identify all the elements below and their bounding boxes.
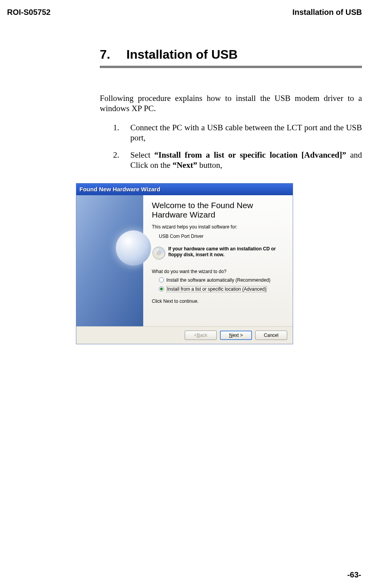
wizard-device-name: USB Com Port Driver xyxy=(159,234,285,239)
window-titlebar[interactable]: Found New Hardware Wizard xyxy=(76,183,293,195)
list-number: 2. xyxy=(113,150,130,171)
wizard-main-pane: Welcome to the Found New Hardware Wizard… xyxy=(143,195,293,326)
header-title: Installation of USB xyxy=(292,8,362,17)
section-title: 7.Installation of USB xyxy=(100,47,362,62)
wizard-button-bar: < Back Next > Cancel xyxy=(76,326,293,344)
back-button: < Back xyxy=(185,331,217,340)
list-item: 2. Select “Install from a list or specif… xyxy=(113,150,362,171)
wizard-side-graphic xyxy=(76,195,143,326)
content-area: 7.Installation of USB Following procedur… xyxy=(0,47,369,171)
section-name: Installation of USB xyxy=(126,47,238,61)
radio-specific-location[interactable]: Install from a list or specific location… xyxy=(159,286,285,292)
wizard-body: Welcome to the Found New Hardware Wizard… xyxy=(76,195,293,326)
list-text-part: button, xyxy=(197,160,222,170)
list-item: 1. Connect the PC with a USB cable betwe… xyxy=(113,122,362,143)
section-number: 7. xyxy=(100,47,126,62)
page-number: -63- xyxy=(347,570,361,579)
wizard-continue-text: Click Next to continue. xyxy=(152,298,285,304)
btn-text: ext > xyxy=(232,333,243,338)
btn-text: < xyxy=(194,333,197,338)
wizard-question: What do you want the wizard to do? xyxy=(152,269,285,274)
radio-label: Install from a list or specific location… xyxy=(166,286,267,292)
btn-text: ack xyxy=(200,333,207,338)
list-number: 1. xyxy=(113,122,130,143)
btn-accel: B xyxy=(197,333,200,338)
radio-on-icon xyxy=(159,286,164,291)
btn-accel: N xyxy=(229,333,232,338)
radio-auto-install[interactable]: Install the software automatically (Reco… xyxy=(159,277,285,283)
wizard-help-line: This wizard helps you install software f… xyxy=(152,224,285,230)
wizard-heading: Welcome to the Found New Hardware Wizard xyxy=(152,201,285,219)
svg-point-3 xyxy=(158,252,160,254)
list-text: Select “Install from a list or specific … xyxy=(130,150,362,171)
list-text-part: Select xyxy=(130,150,154,160)
ordered-list: 1. Connect the PC with a USB cable betwe… xyxy=(100,122,362,171)
intro-paragraph: Following procedure explains how to inst… xyxy=(100,93,362,114)
emphasized-text: “Install from a list or specific locatio… xyxy=(154,150,346,160)
cancel-button[interactable]: Cancel xyxy=(255,331,287,340)
page-header: ROI-S05752 Installation of USB xyxy=(0,0,369,17)
radio-off-icon xyxy=(159,277,164,282)
doc-id: ROI-S05752 xyxy=(7,8,50,17)
next-button[interactable]: Next > xyxy=(220,331,252,340)
cd-icon xyxy=(152,246,166,260)
list-text: Connect the PC with a USB cable between … xyxy=(130,122,362,143)
cd-notice-text: If your hardware came with an installati… xyxy=(168,246,285,260)
radio-label: Install the software automatically (Reco… xyxy=(166,277,270,283)
cd-notice-row: If your hardware came with an installati… xyxy=(152,246,285,260)
emphasized-text: “Next” xyxy=(173,160,197,170)
section-rule xyxy=(100,66,362,68)
wizard-dialog: Found New Hardware Wizard Welcome to the… xyxy=(76,183,293,344)
